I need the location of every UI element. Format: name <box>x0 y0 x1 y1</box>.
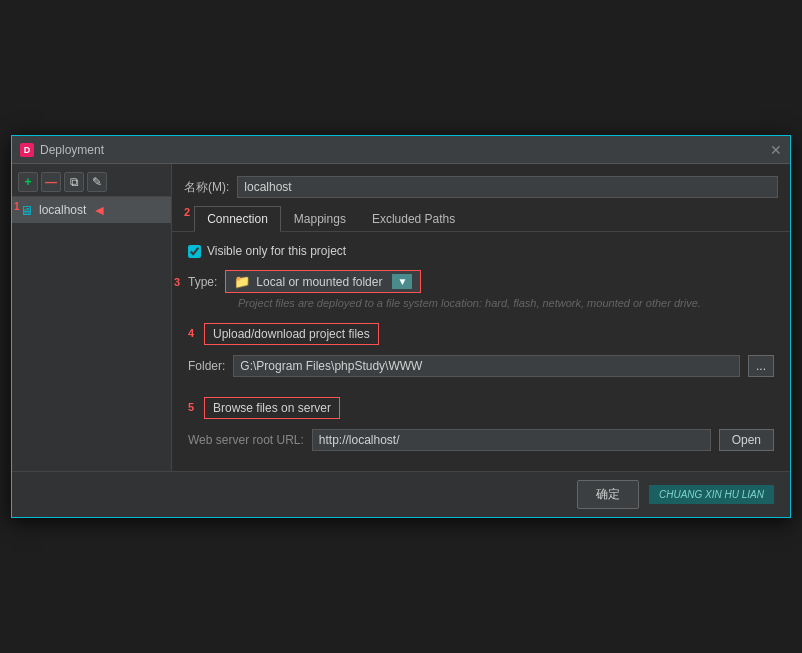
folder-browse-button[interactable]: ... <box>748 355 774 377</box>
type-dropdown[interactable]: 📁 Local or mounted folder ▼ <box>225 270 421 293</box>
add-server-button[interactable]: + <box>18 172 38 192</box>
watermark-text: CHUANG XIN HU LIAN <box>659 489 764 500</box>
step-3-badge: 3 <box>174 276 180 288</box>
open-button[interactable]: Open <box>719 429 774 451</box>
visible-only-checkbox[interactable] <box>188 245 201 258</box>
webserver-row: Web server root URL: Open <box>188 429 774 451</box>
type-value: Local or mounted folder <box>256 275 382 289</box>
deployment-dialog: D Deployment ✕ + — ⧉ ✎ 1 🖥 localhost ◄ <box>11 135 791 518</box>
step-5-badge: 5 <box>188 401 194 413</box>
step-1-badge: 1 <box>14 201 20 212</box>
type-description: Project files are deployed to a file sys… <box>188 297 774 309</box>
watermark: CHUANG XIN HU LIAN <box>649 485 774 504</box>
sidebar-item-label: localhost <box>39 203 86 217</box>
ok-button[interactable]: 确定 <box>577 480 639 509</box>
step-2-badge: 2 <box>184 206 190 231</box>
main-content: 名称(M): 2 Connection Mappings Excluded Pa… <box>172 164 790 471</box>
titlebar: D Deployment ✕ <box>12 136 790 164</box>
copy-server-button[interactable]: ⧉ <box>64 172 84 192</box>
edit-server-button[interactable]: ✎ <box>87 172 107 192</box>
browse-section: 5 Browse files on server <box>204 397 774 429</box>
tab-mappings[interactable]: Mappings <box>281 206 359 232</box>
type-label: Type: <box>188 275 217 289</box>
titlebar-left: D Deployment <box>20 143 104 157</box>
name-label: 名称(M): <box>184 179 229 196</box>
tab-content-connection: Visible only for this project 3 Type: 📁 … <box>172 232 790 463</box>
sidebar-toolbar: + — ⧉ ✎ <box>12 168 171 197</box>
close-button[interactable]: ✕ <box>770 143 782 157</box>
folder-row: Folder: ... <box>188 355 774 377</box>
tab-excluded-paths[interactable]: Excluded Paths <box>359 206 468 232</box>
type-row: 3 Type: 📁 Local or mounted folder ▼ <box>188 270 774 293</box>
arrow-icon: ◄ <box>92 202 106 218</box>
step-4-badge: 4 <box>188 327 194 339</box>
webserver-input[interactable] <box>312 429 711 451</box>
visible-only-label: Visible only for this project <box>207 244 346 258</box>
checkbox-row: Visible only for this project <box>188 244 774 258</box>
upload-section-label[interactable]: Upload/download project files <box>204 323 379 345</box>
folder-icon: 📁 <box>234 274 250 289</box>
sidebar: + — ⧉ ✎ 1 🖥 localhost ◄ <box>12 164 172 471</box>
tab-connection[interactable]: Connection <box>194 206 281 232</box>
app-icon: D <box>20 143 34 157</box>
dialog-title: Deployment <box>40 143 104 157</box>
name-row: 名称(M): <box>172 172 790 206</box>
browse-files-button[interactable]: Browse files on server <box>204 397 340 419</box>
dialog-footer: 确定 CHUANG XIN HU LIAN <box>12 471 790 517</box>
server-icon: 🖥 <box>20 203 33 218</box>
folder-label: Folder: <box>188 359 225 373</box>
webserver-label: Web server root URL: <box>188 433 304 447</box>
sidebar-item-localhost[interactable]: 1 🖥 localhost ◄ <box>12 197 171 223</box>
dropdown-arrow-icon: ▼ <box>392 274 412 289</box>
folder-input[interactable] <box>233 355 740 377</box>
dialog-body: + — ⧉ ✎ 1 🖥 localhost ◄ 名称(M): 2 <box>12 164 790 471</box>
tabs: 2 Connection Mappings Excluded Paths <box>172 206 790 232</box>
upload-section: 4 Upload/download project files <box>204 323 774 355</box>
remove-server-button[interactable]: — <box>41 172 61 192</box>
name-input[interactable] <box>237 176 778 198</box>
